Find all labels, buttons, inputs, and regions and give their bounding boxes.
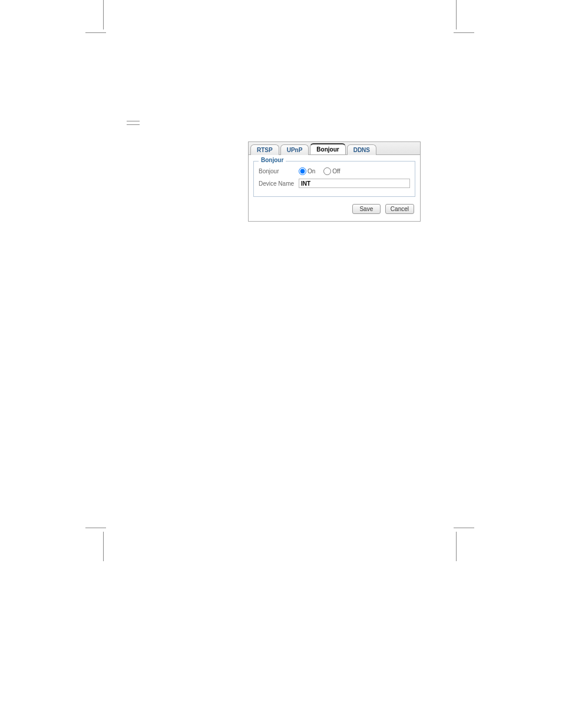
crop-mark [454, 32, 474, 33]
tab-ddns[interactable]: DDNS [347, 144, 376, 155]
crop-mark [103, 532, 104, 561]
tab-bar: RTSP UPnP Bonjour DDNS [249, 142, 420, 155]
device-name-row: Device Name [259, 179, 410, 188]
fieldset-legend: Bonjour [259, 157, 286, 163]
crop-mark [85, 32, 106, 33]
bonjour-on-label: On [308, 168, 315, 174]
bonjour-fieldset: Bonjour Bonjour On Off Device Name [253, 161, 415, 197]
crop-mark [103, 0, 104, 29]
button-row: Save Cancel [253, 204, 415, 216]
bonjour-radio-group: On Off [299, 167, 346, 175]
tab-bonjour[interactable]: Bonjour [310, 143, 345, 154]
tab-upnp[interactable]: UPnP [280, 144, 309, 155]
device-name-label: Device Name [259, 180, 299, 187]
bonjour-label: Bonjour [259, 168, 299, 174]
crop-mark [127, 124, 140, 125]
save-button[interactable]: Save [352, 204, 381, 214]
device-name-input[interactable] [299, 179, 410, 188]
crop-mark [127, 121, 140, 121]
tab-rtsp[interactable]: RTSP [250, 144, 279, 155]
crop-mark [85, 528, 106, 528]
crop-mark [456, 532, 457, 561]
crop-mark [456, 0, 457, 29]
bonjour-off-label: Off [332, 168, 340, 174]
cancel-button[interactable]: Cancel [385, 204, 414, 214]
crop-mark [454, 528, 474, 528]
settings-panel: RTSP UPnP Bonjour DDNS Bonjour Bonjour O… [248, 141, 421, 222]
bonjour-on-radio[interactable] [299, 167, 306, 175]
bonjour-off-radio[interactable] [323, 167, 331, 175]
tab-content: Bonjour Bonjour On Off Device Name [249, 155, 420, 221]
bonjour-toggle-row: Bonjour On Off [259, 167, 410, 175]
